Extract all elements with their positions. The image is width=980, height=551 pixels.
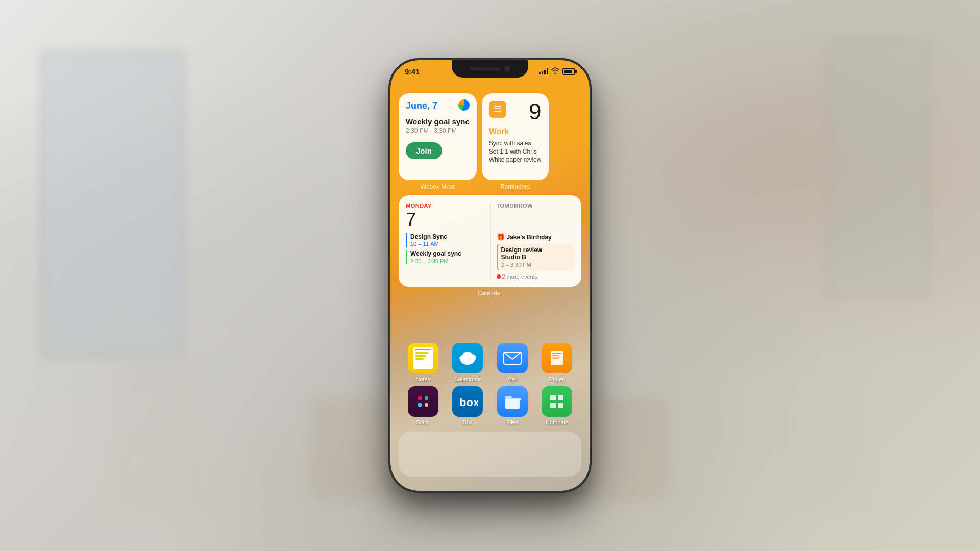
reminders-header: ☰ 9 [489,101,542,123]
files-app[interactable]: Files [497,386,528,425]
webex-widget-label: Webex Meet [399,183,477,190]
pages-app-label: Pages [549,376,565,382]
webex-circle-icon [458,99,470,111]
app-grid: Notes Salesforce [390,343,590,430]
pages-app[interactable]: Pages [542,343,572,382]
cal-event-title-1: Design Sync [410,233,484,240]
svg-rect-20 [550,395,556,400]
svg-rect-8 [552,357,560,358]
calendar-widget-container: MONDAY 7 Design Sync 10 – 11 AM Weekly g… [399,195,581,297]
cal-event-time-1: 10 – 11 AM [410,241,484,247]
app-row-2: Slack box Box [401,386,579,425]
more-events: 2 more events [497,273,575,280]
notes-app[interactable]: Notes [408,343,438,382]
join-button[interactable]: Join [406,142,442,159]
calendar-today: MONDAY 7 Design Sync 10 – 11 AM Weekly g… [406,203,491,280]
app-row-1: Notes Salesforce [401,343,579,382]
signal-bars-icon [539,68,548,74]
iphone-frame: 9:41 [390,60,590,491]
bg-right-window [827,41,929,296]
reminders-list-icon: ☰ [494,104,502,115]
cal-event-design-review: Design review Studio B 2 – 3:30 PM [497,244,575,270]
notes-app-icon [408,343,438,373]
box-app-icon: box [452,386,483,417]
reminder-item-3: White paper review [489,156,542,164]
today-label: MONDAY [406,203,484,209]
reminder-item-2: Set 1:1 with Chris [489,147,542,156]
cal-event-weekly-sync: Weekly goal sync 2:30 – 3:30 PM [406,250,484,264]
reminders-widget-label: Reminders [482,183,549,190]
dock [399,432,581,477]
salesforce-app[interactable]: Salesforce [452,343,483,382]
notes-app-label: Notes [415,376,430,382]
wifi-icon [551,67,559,76]
cal-event-title-3b: Studio B [501,254,572,261]
svg-rect-7 [552,355,559,356]
cal-event-design-sync: Design Sync 10 – 11 AM [406,233,484,247]
iphone-screen: 9:41 [390,60,590,491]
numbers-app-icon [542,386,572,417]
mail-app-icon [497,343,528,373]
slack-app-icon [408,386,438,417]
box-app[interactable]: box Box [452,386,483,425]
files-app-label: Files [506,419,518,425]
numbers-app-label: Numbers [546,419,569,425]
bg-chair-right [776,357,868,510]
more-events-text: 2 more events [502,273,538,280]
reminders-count: 9 [529,101,541,123]
mail-app-label: Mail [507,376,518,382]
calendar-widget[interactable]: MONDAY 7 Design Sync 10 – 11 AM Weekly g… [399,195,581,287]
svg-rect-23 [558,403,564,408]
salesforce-app-icon [452,343,483,373]
svg-point-3 [462,352,473,360]
numbers-app[interactable]: Numbers [542,386,572,425]
notch [452,60,528,78]
reminder-item-1: Sync with sales [489,139,542,147]
webex-widget-container: June, 7 Weekly goal sync 2:30 PM - 3:30 … [399,93,477,190]
bg-chair-left [112,357,204,510]
svg-rect-21 [558,395,564,400]
widgets-row-top: June, 7 Weekly goal sync 2:30 PM - 3:30 … [399,93,581,190]
cal-event-time-2: 2:30 – 3:30 PM [410,258,484,264]
webex-event-time: 2:30 PM - 3:30 PM [406,127,470,134]
svg-rect-17 [425,403,426,405]
reminders-widget[interactable]: ☰ 9 Work Sync with sales Set 1:1 with Ch… [482,93,549,180]
cal-event-title-3: Design review [501,246,572,254]
birthday-text: Jake's Birthday [507,234,552,241]
svg-rect-14 [420,398,422,400]
calendar-tomorrow: TOMORROW 🎁 Jake's Birthday Design review… [497,203,575,280]
webex-date: June, 7 [406,101,437,111]
status-time: 9:41 [405,67,420,76]
slack-app[interactable]: Slack [408,386,438,425]
more-dot-icon [497,274,501,279]
birthday-row: 🎁 Jake's Birthday [497,233,575,241]
notch-camera [504,66,510,72]
battery-icon [562,68,575,75]
calendar-inner: MONDAY 7 Design Sync 10 – 11 AM Weekly g… [406,203,574,280]
cal-event-time-3: 2 – 3:30 PM [501,262,572,268]
svg-rect-15 [425,398,426,400]
bg-left-window [41,51,184,357]
birthday-icon: 🎁 [497,233,505,241]
calendar-widget-label: Calendar [399,290,581,297]
svg-rect-9 [552,358,558,359]
reminders-category: Work [489,127,542,136]
svg-rect-6 [552,353,561,354]
mail-app[interactable]: Mail [497,343,528,382]
webex-event-title: Weekly goal sync [406,117,470,126]
widgets-area: June, 7 Weekly goal sync 2:30 PM - 3:30 … [390,88,590,302]
today-date: 7 [406,211,484,229]
reminders-icon: ☰ [489,101,506,118]
reminders-widget-container: ☰ 9 Work Sync with sales Set 1:1 with Ch… [482,93,549,190]
notes-icon-paper [413,347,433,369]
box-app-label: Box [463,419,473,425]
svg-rect-22 [550,403,556,408]
tomorrow-label: TOMORROW [497,203,575,209]
status-icons [539,67,575,76]
svg-rect-16 [420,403,422,405]
salesforce-app-label: Salesforce [454,376,481,382]
svg-text:box: box [459,396,478,409]
pages-app-icon [542,343,572,373]
webex-widget[interactable]: June, 7 Weekly goal sync 2:30 PM - 3:30 … [399,93,477,180]
slack-app-label: Slack [416,419,430,425]
